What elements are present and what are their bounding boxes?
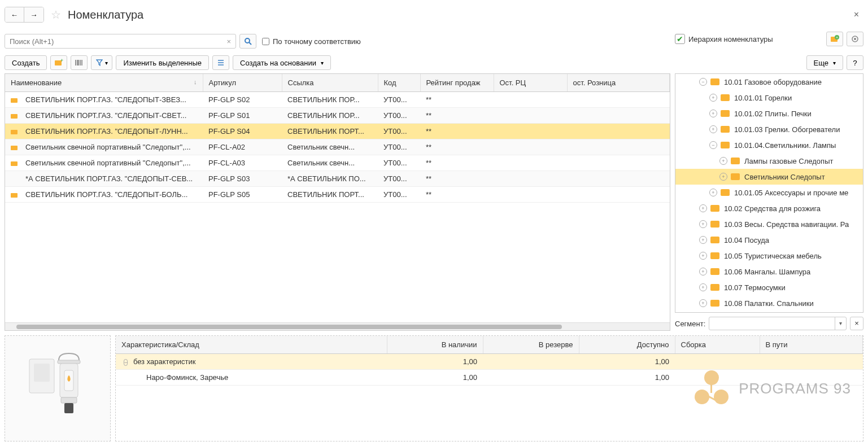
- detail-table: Характеристика/Склад В наличии В резерве…: [115, 335, 863, 441]
- tree-node[interactable]: +Светильники Следопыт: [675, 169, 863, 185]
- tree-toggle-icon[interactable]: +: [699, 220, 707, 228]
- tree-refresh-button[interactable]: +: [826, 32, 843, 46]
- create-group-button[interactable]: +: [50, 55, 67, 70]
- tree-node[interactable]: +10.04 Посуда: [675, 232, 863, 248]
- exact-match-checkbox[interactable]: [262, 38, 269, 45]
- col-ost-rc[interactable]: Ост. РЦ: [494, 74, 567, 92]
- folder-icon: [710, 284, 719, 291]
- tree-node[interactable]: +10.09 Наборы и средства для выжив: [675, 311, 863, 313]
- tree-toggle-icon[interactable]: +: [709, 94, 717, 102]
- tree-node[interactable]: +10.03 Весы. Средства навигации. Ра: [675, 216, 863, 232]
- tree-label: 10.01.01 Горелки: [734, 94, 792, 102]
- tree-node[interactable]: −10.01 Газовое оборудование: [675, 74, 863, 90]
- tree-toggle-icon[interactable]: +: [709, 189, 717, 196]
- tree-toggle-icon[interactable]: +: [709, 110, 717, 117]
- change-selected-button[interactable]: Изменить выделенные: [116, 55, 209, 70]
- filter-button[interactable]: [91, 55, 112, 70]
- tree-node[interactable]: +10.06 Мангалы. Шампура: [675, 264, 863, 279]
- barcode-button[interactable]: [71, 55, 88, 70]
- table-row[interactable]: СВЕТИЛЬНИК ПОРТ.ГАЗ. "СЛЕДОПЫТ-СВЕТ...PF…: [5, 108, 670, 124]
- svg-rect-19: [58, 360, 80, 364]
- col-link[interactable]: Ссылка: [282, 74, 378, 92]
- tree-node[interactable]: +10.08 Палатки. Спальники: [675, 295, 863, 311]
- tree-toggle-icon[interactable]: +: [699, 236, 707, 244]
- search-clear-button[interactable]: ×: [222, 37, 235, 46]
- barcode-icon: [75, 59, 84, 67]
- detail-row[interactable]: − без характеристик1,001,00: [116, 354, 863, 370]
- table-row[interactable]: СВЕТИЛЬНИК ПОРТ.ГАЗ. "СЛЕДОПЫТ-ЗВЕЗ...PF…: [5, 92, 670, 108]
- detail-toggle-icon[interactable]: −: [124, 359, 128, 366]
- segment-input[interactable]: ▾: [709, 317, 847, 330]
- col-name[interactable]: Наименование↓: [5, 74, 203, 92]
- tree-toggle-icon[interactable]: −: [699, 78, 707, 86]
- tree-toggle-icon[interactable]: +: [699, 283, 707, 291]
- tree-node[interactable]: +10.01.02 Плиты. Печки: [675, 106, 863, 121]
- folder-icon: [721, 94, 730, 101]
- tree-node[interactable]: +10.01.03 Грелки. Обогреватели: [675, 121, 863, 137]
- item-icon: [11, 193, 18, 198]
- nav-back-button[interactable]: ←: [5, 7, 24, 22]
- tree-settings-button[interactable]: [847, 32, 863, 46]
- tree-node[interactable]: +10.07 Термосумки: [675, 279, 863, 295]
- table-row[interactable]: *А СВЕТИЛЬНИК ПОРТ.ГАЗ. "СЛЕДОПЫТ-СЕВ...…: [5, 171, 670, 187]
- create-based-on-button[interactable]: Создать на основании: [233, 55, 331, 70]
- table-row[interactable]: СВЕТИЛЬНИК ПОРТ.ГАЗ. "СЛЕДОПЫТ-БОЛЬ...PF…: [5, 187, 670, 203]
- gear-icon: [851, 35, 859, 43]
- tree-node[interactable]: −10.01.04.Светильники. Лампы: [675, 137, 863, 153]
- tree-toggle-icon[interactable]: −: [709, 141, 717, 149]
- help-button[interactable]: ?: [847, 55, 863, 70]
- tree-node[interactable]: +10.05 Туристическая мебель: [675, 248, 863, 264]
- dcol-free[interactable]: Доступно: [579, 336, 675, 354]
- dcol-transit[interactable]: В пути: [760, 336, 863, 354]
- folder-plus-icon: +: [830, 35, 839, 43]
- dcol-assembly[interactable]: Сборка: [675, 336, 760, 354]
- tree-label: 10.01.03 Грелки. Обогреватели: [734, 125, 840, 134]
- folder-icon: [731, 173, 740, 180]
- tree-toggle-icon[interactable]: +: [699, 268, 707, 276]
- tree-label: 10.01.05 Аксессуары и прочие ме: [734, 189, 848, 197]
- tree-toggle-icon[interactable]: +: [709, 125, 717, 133]
- table-row[interactable]: Светильник свечной портативный "Следопыт…: [5, 139, 670, 155]
- hierarchy-checkbox[interactable]: ✔: [675, 34, 685, 44]
- tree-toggle-icon[interactable]: +: [719, 173, 727, 181]
- list-view-button[interactable]: [212, 55, 229, 70]
- tree-node[interactable]: +10.02 Средства для розжига: [675, 200, 863, 216]
- tree-toggle-icon[interactable]: +: [699, 204, 707, 212]
- segment-dropdown-button[interactable]: ▾: [835, 317, 846, 330]
- col-ost-retail[interactable]: ост. Розница: [567, 74, 670, 92]
- tree-label: 10.04 Посуда: [724, 236, 769, 244]
- tree-node[interactable]: +10.01.01 Горелки: [675, 90, 863, 106]
- magnifier-icon: [244, 37, 252, 45]
- dcol-reserve[interactable]: В резерве: [483, 336, 579, 354]
- folder-icon: [721, 189, 730, 196]
- folder-icon: [721, 142, 730, 148]
- tree-toggle-icon[interactable]: +: [699, 252, 707, 260]
- main-table: Наименование↓ Артикул Ссылка Код Рейтинг…: [5, 73, 670, 331]
- favorite-star-icon[interactable]: ☆: [51, 8, 61, 21]
- tree-node[interactable]: +Лампы газовые Следопыт: [675, 153, 863, 169]
- tree-toggle-icon[interactable]: +: [719, 157, 727, 165]
- col-article[interactable]: Артикул: [203, 74, 282, 92]
- create-button[interactable]: Создать: [5, 55, 47, 70]
- tree-label: 10.08 Палатки. Спальники: [724, 299, 814, 308]
- tree-panel: −10.01 Газовое оборудование+10.01.01 Гор…: [675, 73, 863, 313]
- folder-icon: [721, 126, 730, 133]
- col-code[interactable]: Код: [378, 74, 420, 92]
- table-horizontal-scrollbar[interactable]: [5, 322, 670, 330]
- tree-node[interactable]: +10.01.05 Аксессуары и прочие ме: [675, 185, 863, 200]
- tree-toggle-icon[interactable]: +: [699, 299, 707, 307]
- table-row[interactable]: Светильник свечной портативный "Следопыт…: [5, 155, 670, 171]
- table-row[interactable]: СВЕТИЛЬНИК ПОРТ.ГАЗ. "СЛЕДОПЫТ-ЛУНН...PF…: [5, 124, 670, 139]
- search-button[interactable]: [239, 34, 256, 49]
- more-button[interactable]: Еще: [806, 55, 843, 70]
- dcol-char[interactable]: Характеристика/Склад: [116, 336, 387, 354]
- tree-label: 10.06 Мангалы. Шампура: [724, 268, 810, 276]
- search-input[interactable]: [5, 37, 222, 46]
- col-rating[interactable]: Рейтинг продаж: [420, 74, 494, 92]
- dcol-avail[interactable]: В наличии: [387, 336, 483, 354]
- item-icon: [11, 114, 18, 119]
- detail-row[interactable]: Наро-Фоминск, Заречье1,001,00: [116, 370, 863, 386]
- close-button[interactable]: ×: [849, 7, 863, 22]
- segment-clear-button[interactable]: ×: [850, 317, 863, 330]
- nav-forward-button[interactable]: →: [24, 7, 43, 22]
